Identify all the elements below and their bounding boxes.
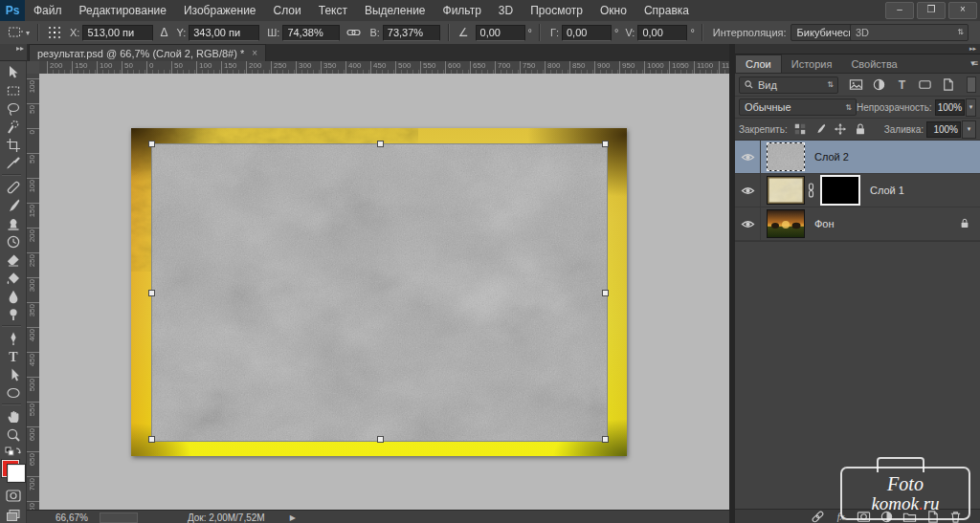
menu-item-layers[interactable]: Слои — [265, 0, 310, 21]
dock-collapse-control[interactable]: ▸▸ — [735, 44, 980, 54]
transform-handle[interactable] — [377, 436, 384, 443]
panel-menu-icon[interactable]: ▾≡ — [970, 58, 976, 68]
menu-item-filter[interactable]: Фильтр — [434, 0, 490, 21]
dodge-tool[interactable] — [2, 305, 25, 323]
lasso-tool[interactable] — [2, 99, 25, 118]
panel-tab-история[interactable]: История — [782, 55, 842, 73]
zoom-level-field[interactable]: 66,67% — [56, 512, 88, 523]
reference-point-icon[interactable] — [48, 26, 61, 39]
y-input[interactable]: 343,00 пи — [189, 25, 259, 41]
layer-thumbnail[interactable] — [767, 176, 805, 205]
shape-filter-icon[interactable] — [918, 77, 932, 92]
transform-handle[interactable] — [148, 141, 155, 147]
menu-item-image[interactable]: Изображение — [175, 0, 265, 21]
menu-item-select[interactable]: Выделение — [356, 0, 434, 21]
fill-value-field[interactable]: 100% — [926, 121, 961, 138]
layer-name[interactable]: Слой 1 — [870, 185, 904, 196]
type-filter-icon[interactable]: T — [895, 77, 909, 92]
eye-icon[interactable] — [741, 152, 755, 163]
layer-thumbnail[interactable] — [767, 209, 805, 238]
toolbar-collapse-control[interactable]: ▸▸ — [0, 44, 27, 61]
lock-paint-icon[interactable] — [813, 122, 827, 136]
lock-move-icon[interactable] — [834, 122, 847, 136]
clone-stamp-tool[interactable] — [2, 214, 25, 232]
transform-bounding-box[interactable] — [151, 143, 608, 442]
link-dimensions-icon[interactable] — [346, 28, 361, 37]
width-input[interactable]: 74,38% — [282, 25, 340, 41]
quick-mask-button[interactable] — [2, 488, 25, 504]
filter-toggle-switch[interactable] — [967, 76, 976, 93]
status-menu-arrow-icon[interactable]: ▶ — [290, 513, 296, 522]
relative-position-icon[interactable]: Δ — [160, 26, 167, 39]
transform-handle[interactable] — [602, 436, 609, 443]
layer-style-icon[interactable]: fx — [834, 510, 848, 523]
minimize-button[interactable]: – — [885, 2, 914, 19]
move-tool[interactable] — [2, 63, 25, 81]
background-color-swatch[interactable] — [8, 465, 25, 482]
panel-tab-свойства[interactable]: Свойства — [841, 55, 906, 73]
close-button[interactable]: × — [948, 2, 977, 19]
layer-visibility-toggle[interactable] — [735, 207, 761, 240]
add-mask-icon[interactable] — [857, 510, 871, 523]
horizontal-ruler[interactable]: 2001501005005010015020025030035040045050… — [39, 61, 729, 75]
menu-item-type[interactable]: Текст — [310, 0, 356, 21]
vertical-ruler[interactable]: 1005005010015020025030035040045050055060… — [27, 74, 40, 510]
menu-item-help[interactable]: Справка — [635, 0, 698, 21]
x-input[interactable]: 513,00 пи — [82, 25, 153, 41]
restore-button[interactable]: ❐ — [917, 2, 946, 19]
layer-row[interactable]: Фон — [735, 207, 980, 241]
tool-preset-icon[interactable]: ▾ — [8, 26, 29, 39]
crop-tool[interactable] — [2, 136, 25, 154]
workspace-select[interactable]: 3D ⇅ — [850, 24, 969, 41]
path-selection-tool[interactable] — [2, 365, 25, 383]
v-skew-input[interactable]: 0,00 — [637, 25, 687, 41]
mask-link-icon[interactable] — [807, 183, 815, 198]
angle-input[interactable]: 0,00 — [476, 25, 525, 41]
eye-icon[interactable] — [741, 185, 755, 196]
height-input[interactable]: 73,37% — [383, 25, 440, 41]
layer-visibility-toggle[interactable] — [735, 141, 761, 173]
menu-item-file[interactable]: Файл — [25, 0, 71, 21]
paint-bucket-tool[interactable] — [2, 269, 25, 287]
adjustment-filter-icon[interactable] — [872, 77, 886, 92]
panel-tab-слои[interactable]: Слои — [735, 54, 782, 73]
history-brush-tool[interactable] — [2, 232, 25, 251]
hand-tool[interactable] — [2, 407, 25, 425]
pixel-layer-filter-icon[interactable] — [849, 77, 863, 92]
new-group-icon[interactable] — [902, 510, 917, 523]
lock-all-icon[interactable] — [854, 122, 867, 136]
ellipse-shape-tool[interactable] — [2, 383, 25, 402]
lock-transparent-icon[interactable] — [793, 122, 807, 136]
new-layer-icon[interactable] — [925, 510, 940, 523]
filter-kind-select[interactable]: Вид ⇅ — [739, 76, 838, 94]
pen-tool[interactable] — [2, 329, 25, 347]
layer-row[interactable]: Слой 2 — [735, 141, 980, 174]
layer-visibility-toggle[interactable] — [735, 174, 761, 207]
document-tab[interactable]: результат.psd @ 66,7% (Слой 2, RGB/8#) *… — [29, 44, 266, 61]
blur-tool[interactable] — [2, 287, 25, 305]
ruler-origin-box[interactable] — [27, 61, 40, 75]
type-tool[interactable]: T — [2, 347, 25, 365]
opacity-value-field[interactable]: 100% — [935, 99, 966, 116]
h-skew-input[interactable]: 0,00 — [562, 25, 612, 41]
smart-object-filter-icon[interactable] — [941, 77, 955, 92]
menu-item-view[interactable]: Просмотр — [522, 0, 591, 21]
transform-handle[interactable] — [148, 436, 155, 443]
transform-handle[interactable] — [148, 290, 155, 296]
layer-name[interactable]: Слой 2 — [814, 151, 849, 163]
status-scrubber[interactable] — [100, 512, 138, 523]
menu-item-3d[interactable]: 3D — [490, 0, 522, 21]
transform-handle[interactable] — [602, 141, 609, 147]
layer-name[interactable]: Фон — [814, 218, 835, 229]
layer-row[interactable]: Слой 1 — [735, 174, 980, 207]
zoom-tool[interactable] — [2, 425, 25, 444]
tab-close-icon[interactable]: × — [252, 48, 257, 58]
brush-tool[interactable] — [2, 196, 25, 214]
default-swatches-icon[interactable] — [5, 447, 22, 458]
fill-dropdown-arrow[interactable]: ▾ — [962, 120, 976, 139]
transform-handle[interactable] — [377, 141, 384, 147]
delete-layer-icon[interactable] — [948, 510, 963, 523]
new-adjustment-icon[interactable] — [880, 510, 894, 523]
document-canvas[interactable] — [131, 128, 627, 456]
opacity-dropdown-arrow[interactable]: ▾ — [966, 98, 976, 117]
